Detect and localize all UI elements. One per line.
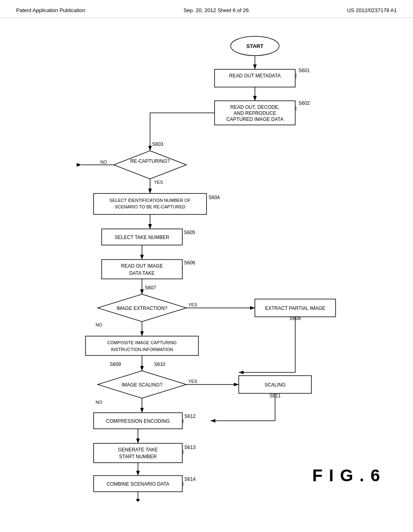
s602-label-2: AND REPRODUCE [234, 110, 276, 116]
s603-step: S603 [152, 141, 163, 147]
s605-label: SELECT TAKE NUMBER [115, 235, 169, 240]
svg-rect-12 [94, 193, 206, 214]
header-center: Sep. 20, 2012 Sheet 6 of 26 [184, 7, 249, 13]
svg-rect-37 [94, 443, 182, 463]
s601-label-line1: READ OUT METADATA [229, 73, 281, 79]
s609-label-2: INSTRUCTION INFORMATION [111, 347, 173, 352]
s609-label-1: COMPOSITE IMAGE CAPTURING [107, 340, 177, 345]
s611-label: SCALING [265, 382, 286, 388]
s601-step: S601 [298, 68, 310, 73]
svg-marker-10 [114, 151, 186, 179]
s614-label: COMBINE SCENARIO DATA [106, 481, 169, 487]
figure-label: F I G . 6 [312, 466, 381, 485]
s603-label-1: RE-CAPTURING? [130, 158, 170, 164]
s613-label-1: GENERATE TAKE [118, 447, 158, 453]
s608-label: EXTRACT PARTIAL IMAGE [265, 305, 325, 311]
s614-step: S614 [184, 476, 196, 482]
s602-label-1: READ OUT, DECODE, [230, 104, 280, 110]
s604-step: S604 [209, 195, 220, 200]
s607-step: S607 [145, 285, 156, 291]
s606-label-2: DATA TAKE [129, 270, 154, 276]
header-left: Patent Application Publication [16, 7, 85, 13]
s606-label-1: READ OUT IMAGE [121, 263, 163, 269]
s612-label: COMPRESSION ENCODING [106, 418, 170, 424]
s602-step: S602 [298, 100, 310, 106]
s610-step1: S609 [110, 362, 121, 367]
page-header: Patent Application Publication Sep. 20, … [0, 0, 413, 18]
flowchart-svg: START READ OUT METADATA S601 READ OUT, D… [29, 26, 384, 501]
s603-yes-label: YES [154, 180, 163, 185]
s602-label-3: CAPTURED IMAGE DATA [226, 116, 284, 122]
s613-step: S613 [184, 445, 196, 450]
diagram-area: START READ OUT METADATA S601 READ OUT, D… [0, 18, 413, 509]
s610-yes-label: YES [188, 379, 197, 384]
s604-label-1: SELECT IDENTIFICATION NUMBER OF [109, 198, 191, 203]
header-right: US 2012/0237178 A1 [347, 7, 397, 13]
s610-step2: S610 [154, 362, 165, 367]
s607-yes-label: YES [188, 302, 197, 307]
s606-step: S606 [184, 260, 195, 266]
s612-step: S612 [184, 414, 196, 419]
start-label: START [246, 43, 263, 49]
s610-no-label: NO [96, 400, 102, 405]
s603-no-label: NO [100, 160, 107, 164]
s607-label: IMAGE EXTRACTION? [117, 305, 167, 311]
s605-step: S605 [184, 230, 195, 235]
s610-label: IMAGE SCALING? [121, 382, 163, 388]
s607-no-label: NO [96, 322, 102, 327]
svg-rect-24 [86, 336, 198, 355]
s613-label-2: START NUMBER [119, 454, 157, 459]
s604-label-2: SCENARIO TO BE RE-CAPTURED [115, 204, 186, 209]
